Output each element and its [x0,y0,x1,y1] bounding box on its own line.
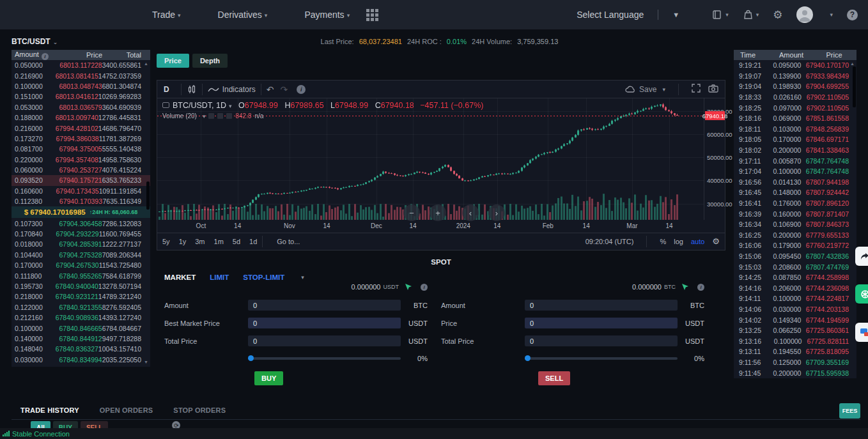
candle-style-icon[interactable] [187,84,197,95]
select-language[interactable]: Select Language [577,10,644,20]
scroll-right-icon[interactable]: › [488,204,505,221]
ask-row[interactable]: 0.216900 68013.081415 14752.037359 [12,70,150,81]
indicators-button[interactable]: Indicators [208,85,256,94]
redo-icon[interactable]: ↷ [280,84,288,95]
bid-row[interactable]: 0.170840 67904.293229 11600.769455 [12,229,150,239]
bid-row[interactable]: 0.104400 67904.275328 7089.206344 [12,250,150,260]
scroll-down-icon[interactable]: ▼ [144,360,148,364]
tab-stop-limit[interactable]: STOP-LIMIT [243,273,284,281]
symbol-flag-icon[interactable] [162,102,169,108]
interval-button[interactable]: D [157,85,176,94]
ask-row[interactable]: 0.188000 68013.009740 12786.445831 [12,112,150,123]
ask-row[interactable]: 0.093520 67940.175721 6353.765233 [12,175,150,185]
bid-row[interactable]: 0.018000 67904.285391 1222.277137 [12,239,150,249]
zoom-out-icon[interactable]: − [403,204,420,221]
bid-row[interactable]: 0.100000 67840.846665 6784.084667 [12,323,150,333]
fees-button[interactable]: FEES [839,403,860,419]
pair-selector[interactable]: BTC/USDT⌄ [12,37,58,46]
chevron-down-icon[interactable]: ▾ [203,113,206,119]
scroll-up-icon[interactable]: ▲ [144,61,148,66]
nav-menu-item[interactable]: Payments▾ [304,10,350,20]
ask-row[interactable]: 0.053000 68013.036579 3604.690939 [12,102,150,112]
language-dropdown-icon[interactable]: ▼ [672,11,679,19]
bid-row[interactable]: 0.195730 67840.940040 13278.507194 [12,281,150,291]
chart-view-tab[interactable]: Depth [192,54,228,68]
ask-row[interactable]: 0.112380 67940.170393 7635.116349 [12,196,150,206]
refresh-icon[interactable]: ⟳ [172,421,180,428]
ask-row[interactable]: 0.100000 68013.048743 6801.304874 [12,81,150,91]
bid-row[interactable]: 0.030000 67840.834994 2035.225050 [12,355,150,365]
ask-row[interactable]: 0.173270 67994.386038 11781.387269 [12,134,150,144]
ask-row[interactable]: 0.081700 67994.375005 5555.140438 [12,144,150,154]
tab-stop-orders[interactable]: STOP ORDERS [173,406,226,414]
buy-amount-slider[interactable] [248,357,401,360]
chevron-down-icon[interactable]: ▾ [229,103,232,109]
bid-row[interactable]: 0.140000 67840.844912 9497.718288 [12,334,150,344]
scroll-left-icon[interactable]: ‹ [462,204,479,221]
time-axis[interactable]: Oct14Nov14Dec14202414Feb14Mar14 [157,220,725,233]
field-input[interactable] [248,318,401,328]
bid-row[interactable]: 0.122000 67840.921355 8276.592405 [12,302,150,312]
slider-thumb[interactable] [525,355,531,361]
tab-open-orders[interactable]: OPEN ORDERS [100,406,153,414]
sell-amount-slider[interactable] [525,357,678,360]
orders-book-icon[interactable]: ▾ [711,9,729,20]
scroll-up-icon[interactable]: ▲ [850,61,855,66]
tab-market[interactable]: MARKET [164,273,196,281]
field-input[interactable] [248,300,401,311]
apps-grid-icon[interactable] [366,9,378,21]
ask-row[interactable]: 0.050000 68013.117228 3400.655861 [12,60,150,70]
bid-row[interactable]: 0.170000 67904.267530 11543.725480 [12,260,150,270]
transfer-cursor-icon[interactable] [681,282,690,291]
wallet-bag-icon[interactable]: ▾ [743,9,759,20]
screenshot-camera-icon[interactable] [708,84,718,95]
chatgpt-extension-icon[interactable] [855,284,868,304]
legend-close-icon[interactable] [226,113,232,119]
slider-thumb[interactable] [248,355,254,361]
undo-icon[interactable]: ↶ [267,84,274,95]
info-icon[interactable]: i [42,53,49,60]
axis-settings-gear-icon[interactable]: ⚙ [712,236,720,246]
range-button[interactable]: 3m [195,238,205,245]
range-button[interactable]: 5y [162,238,170,245]
legend-settings-icon[interactable] [217,113,223,119]
buy-button[interactable]: BUY [254,371,283,385]
field-input[interactable] [525,335,678,346]
bid-row[interactable]: 0.107300 67904.306458 7286.132083 [12,218,150,228]
settings-gear-icon[interactable]: ⚙ [773,8,782,22]
range-button[interactable]: 5d [233,238,240,245]
range-button[interactable]: 1m [214,238,224,245]
nav-menu-item[interactable]: Trade▾ [152,10,181,20]
help-icon[interactable]: ? [847,10,858,20]
bid-row[interactable]: 0.212160 67840.908936 14393.127240 [12,312,150,323]
fullscreen-icon[interactable] [692,84,701,95]
info-icon[interactable]: i [697,284,704,291]
percent-scale-button[interactable]: % [660,238,666,245]
filter-buy-button[interactable]: BUY [53,421,78,428]
bid-row[interactable]: 0.148040 67840.836327 10043.157410 [12,344,150,354]
zoom-in-icon[interactable]: + [430,204,446,221]
goto-button[interactable]: Go to... [277,238,300,245]
chart-info-icon[interactable]: i [297,85,306,94]
legend-symbol[interactable]: BTC/USDT, 1D [173,101,226,110]
ask-row[interactable]: 0.216000 67994.428102 14686.796470 [12,123,150,133]
ask-row[interactable]: 0.220000 67994.357408 14958.758630 [12,155,150,165]
auto-scale-button[interactable]: auto [691,238,704,245]
ask-row[interactable]: 0.151000 68013.041612 10269.969283 [12,91,150,102]
transfer-cursor-icon[interactable] [404,282,413,291]
sell-button[interactable]: SELL [538,371,570,385]
tab-limit[interactable]: LIMIT [210,273,229,281]
range-button[interactable]: 1d [249,238,257,245]
scrollbar-thumb[interactable] [146,181,150,210]
ask-row[interactable]: 0.060000 67940.253727 4076.415224 [12,165,150,175]
nav-menu-item[interactable]: Derivatives▾ [218,10,268,20]
range-button[interactable]: 1y [179,238,187,245]
price-axis[interactable]: 67940.18 70000.0060000.0050000.0040000.0… [704,98,725,220]
field-input[interactable] [525,318,678,328]
scrollbar-thumb[interactable] [853,66,856,107]
chevron-down-icon[interactable]: ▾ [301,274,304,281]
tab-trade-history[interactable]: TRADE HISTORY [20,406,79,414]
ask-row[interactable]: 0.160600 67940.173435 10911.191854 [12,186,150,196]
save-button[interactable]: Save▾ [625,85,665,94]
share-extension-icon[interactable] [855,247,868,266]
